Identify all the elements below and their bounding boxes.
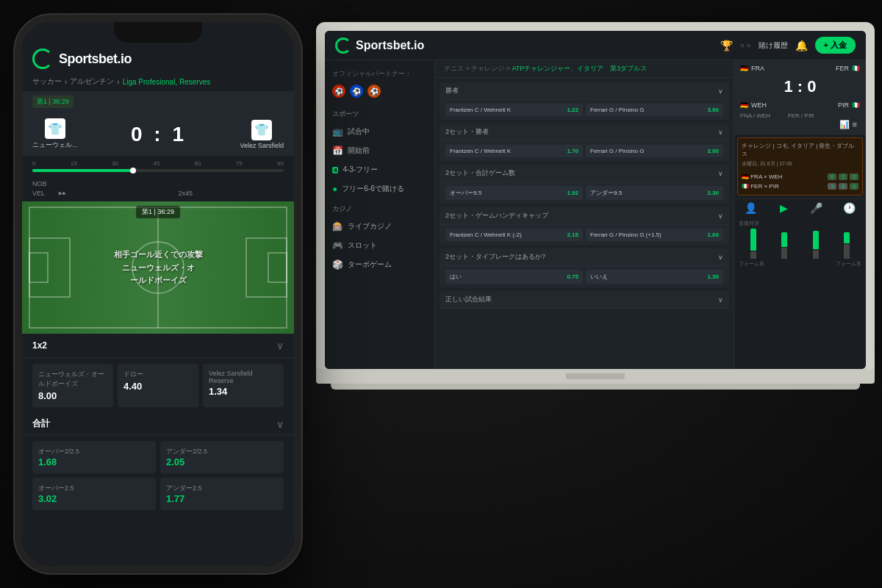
laptop-form-section: 直接対決 bbox=[734, 217, 866, 369]
laptop-market-header-3[interactable]: 2セット・ゲームハンディキャップ ∨ bbox=[440, 207, 729, 225]
laptop-market-odds-4: はい 0.75 いいえ 1.30 bbox=[440, 266, 729, 287]
laptop-logo-text: Sportsbet.io bbox=[356, 39, 424, 52]
phone-bet-cell-3[interactable]: アンダー2.5 1.77 bbox=[160, 478, 284, 510]
phone-1x2-title: 1x2 bbox=[32, 340, 47, 351]
phone-team-icon-away: 👕 bbox=[251, 120, 272, 140]
live-casino-icon: 🎰 bbox=[332, 221, 343, 232]
phone-team-name-away: Velez Sarsfield bbox=[240, 142, 284, 149]
laptop-base bbox=[316, 369, 875, 384]
laptop-body: Sportsbet.io 🏆 ○ ○ 賭け履歴 🔔 + 入金 bbox=[316, 22, 875, 390]
phone-bet-home-val: 8.00 bbox=[38, 390, 107, 401]
laptop-odd-0-1[interactable]: Ferrari G / Pinsino G 3.90 bbox=[586, 104, 723, 116]
laptop-odd-1-1[interactable]: Ferrari G / Pinsino G 2.00 bbox=[586, 145, 723, 157]
laptop-form-bar-2-top bbox=[813, 231, 819, 249]
phone-total-header[interactable]: 合計 ∨ bbox=[22, 413, 294, 435]
phone-bet-away[interactable]: Velez Sarsfield Reserve 1.34 bbox=[203, 364, 284, 407]
laptop-odd-3-1[interactable]: Ferrari G / Pinsino G (+1.5) 1.60 bbox=[586, 229, 723, 241]
laptop-device: Sportsbet.io 🏆 ○ ○ 賭け履歴 🔔 + 入金 bbox=[316, 22, 875, 390]
laptop-market-title-4: 2セット・タイブレークはあるか? bbox=[445, 252, 545, 262]
phone-bet-away-label: Velez Sarsfield Reserve bbox=[209, 370, 278, 384]
phone-bet-cell-0[interactable]: オーバー2/2.5 1.68 bbox=[32, 441, 156, 473]
laptop-market-header-1[interactable]: 2セット・勝者 ∨ bbox=[440, 123, 729, 141]
phone-1x2-header[interactable]: 1x2 ∨ bbox=[22, 334, 294, 358]
laptop-market-odds-2: オーバー9.5 1.92 アンダー9.5 2.30 bbox=[440, 182, 729, 204]
laptop-tab-play[interactable]: ▶ bbox=[767, 199, 800, 217]
phone-body: Sportsbet.io サッカー › アルゼンチン › Liga Profes… bbox=[15, 15, 301, 573]
laptop-market-chevron-3: ∨ bbox=[718, 212, 723, 220]
laptop-nav-upcoming[interactable]: 📅 開始前 bbox=[325, 141, 434, 160]
phone-progress-bar: 0 15 30 45 60 75 90 bbox=[22, 156, 294, 176]
laptop-right-score: 1 : 0 bbox=[740, 77, 860, 96]
laptop-form-bar-2-bot bbox=[813, 250, 819, 259]
laptop-nav-free2-label: フリー6-6で賭ける bbox=[342, 184, 404, 194]
laptop-sports-section: スポーツ bbox=[325, 104, 434, 122]
laptop-odd-4-0[interactable]: はい 0.75 bbox=[445, 270, 583, 284]
laptop-market-header-5[interactable]: 正しい試合結果 ∨ bbox=[440, 291, 729, 309]
phone-bet-draw[interactable]: ドロー 4.40 bbox=[118, 364, 198, 407]
laptop-foot bbox=[331, 384, 860, 390]
laptop-market-title-5: 正しい試合結果 bbox=[445, 295, 492, 304]
history-label: 賭け履歴 bbox=[759, 40, 788, 51]
phone-bet-cell-val-1: 2.05 bbox=[166, 456, 278, 467]
laptop-nav-upcoming-label: 開始前 bbox=[348, 146, 370, 156]
laptop-market-header-2[interactable]: 2セット・合計ゲーム数 ∨ bbox=[440, 165, 729, 182]
laptop-form-bar-0-bot bbox=[750, 251, 756, 259]
laptop-right-teams: 🇩🇪 FRA FER 🇮🇹 bbox=[740, 65, 860, 109]
laptop-live-title: チャレンジ | コモ, イタリア | 発生・ダブルス bbox=[742, 142, 858, 158]
laptop-tab-clock[interactable]: 🕐 bbox=[833, 199, 866, 217]
phone-bet-home-label: ニューウェルズ・オールドボーイズ bbox=[38, 370, 107, 389]
laptop-market-title-1: 2セット・勝者 bbox=[445, 127, 489, 137]
laptop-odd-2-1[interactable]: アンダー9.5 2.30 bbox=[586, 186, 723, 200]
phone-bet-home[interactable]: ニューウェルズ・オールドボーイズ 8.00 bbox=[32, 364, 113, 407]
laptop-market-3: 2セット・ゲームハンディキャップ ∨ Frantzen C / Wehnelt … bbox=[440, 207, 729, 245]
chart-icon[interactable]: 📊 bbox=[839, 120, 850, 129]
phone-team-name-home: ニューウェル... bbox=[32, 140, 78, 150]
laptop-tab-mic[interactable]: 🎤 bbox=[800, 199, 833, 217]
laptop-odd-3-0[interactable]: Frantzen C / Wehnelt K (-2) 2.15 bbox=[445, 229, 583, 241]
laptop-right-sub: FNA / WEH FER / PIR bbox=[740, 112, 860, 120]
phone-field: 第1 | 36:29 相手ゴール近くでの攻撃ニューウェルズ・オールドボーイズ bbox=[22, 201, 294, 334]
laptop-right-panel: 🇩🇪 FRA FER 🇮🇹 bbox=[734, 60, 866, 369]
laptop-market-2: 2セット・合計ゲーム数 ∨ オーバー9.5 1.92 bbox=[440, 165, 729, 204]
laptop-bottom-tabs: 👤 ▶ 🎤 🕐 bbox=[734, 198, 866, 217]
partner-icon-2: ⚽ bbox=[350, 85, 363, 98]
laptop-form-bar-group-0 bbox=[739, 229, 768, 259]
laptop-form-bars bbox=[739, 229, 861, 259]
laptop-market-header-0[interactable]: 勝者 ∨ bbox=[440, 82, 729, 100]
phone-score: 0 : 1 bbox=[131, 123, 187, 146]
laptop-form-bar-group-3 bbox=[833, 232, 862, 259]
laptop-form-bar-1-top bbox=[781, 232, 787, 247]
flag-de-icon: 🇩🇪 bbox=[740, 65, 748, 72]
phone-bet-draw-val: 4.40 bbox=[123, 381, 193, 392]
phone-notch bbox=[114, 22, 202, 43]
laptop-tab-person[interactable]: 👤 bbox=[734, 199, 767, 217]
laptop-market-chevron-0: ∨ bbox=[718, 87, 723, 95]
laptop-nav-free1[interactable]: 4 4-3-フリー bbox=[325, 160, 434, 179]
laptop-right-team-fra: 🇩🇪 FRA bbox=[740, 65, 764, 72]
phone-score-row: 👕 ニューウェル... 0 : 1 👕 Velez Sarsfield bbox=[22, 112, 294, 156]
phone-team-away: 👕 Velez Sarsfield bbox=[240, 120, 284, 149]
laptop-odd-1-0[interactable]: Frantzen C / Wehnelt K 1.70 bbox=[445, 145, 583, 157]
laptop-market-header-4[interactable]: 2セット・タイブレークはあるか? ∨ bbox=[440, 248, 729, 266]
laptop-body-content: オフィシャルパートナー： ⚽ ⚽ ⚽ スポーツ 📺 試合中 bbox=[325, 60, 866, 369]
phone-progress-fill bbox=[32, 169, 133, 172]
phone-field-badge: 第1 | 36:29 bbox=[136, 206, 180, 218]
phone-logo-text: Sportsbet.io bbox=[59, 51, 132, 67]
phone-breadcrumb: サッカー › アルゼンチン › Liga Profesional, Reserv… bbox=[22, 74, 294, 91]
phone-bet-cell-label-1: アンダー2/2.5 bbox=[166, 447, 278, 456]
laptop-odd-2-0[interactable]: オーバー9.5 1.92 bbox=[445, 186, 583, 200]
laptop-nav-live[interactable]: 📺 試合中 bbox=[325, 122, 434, 141]
phone-bet-cell-1[interactable]: アンダー2/2.5 2.05 bbox=[160, 441, 284, 473]
laptop-nav-slots[interactable]: 🎮 スロット bbox=[325, 236, 434, 255]
list-icon[interactable]: ≡ bbox=[853, 120, 857, 129]
flag-it2-icon: 🇮🇹 bbox=[852, 101, 860, 109]
laptop-odd-0-0[interactable]: Frantzen C / Wehnelt K 1.22 bbox=[445, 104, 583, 116]
laptop-nav-turbo[interactable]: 🎲 ターボゲーム bbox=[325, 255, 434, 274]
laptop-nav-free2[interactable]: ● フリー6-6で賭ける bbox=[325, 179, 434, 198]
laptop-deposit-btn[interactable]: + 入金 bbox=[815, 37, 856, 54]
laptop-nav-livecasino[interactable]: 🎰 ライブカジノ bbox=[325, 217, 434, 236]
laptop-odd-4-1[interactable]: いいえ 1.30 bbox=[586, 270, 723, 284]
bell-icon: 🔔 bbox=[795, 40, 808, 51]
phone-bet-cell-2[interactable]: オーバー2.5 3.02 bbox=[32, 478, 156, 510]
phone-total-title: 合計 bbox=[32, 417, 50, 430]
